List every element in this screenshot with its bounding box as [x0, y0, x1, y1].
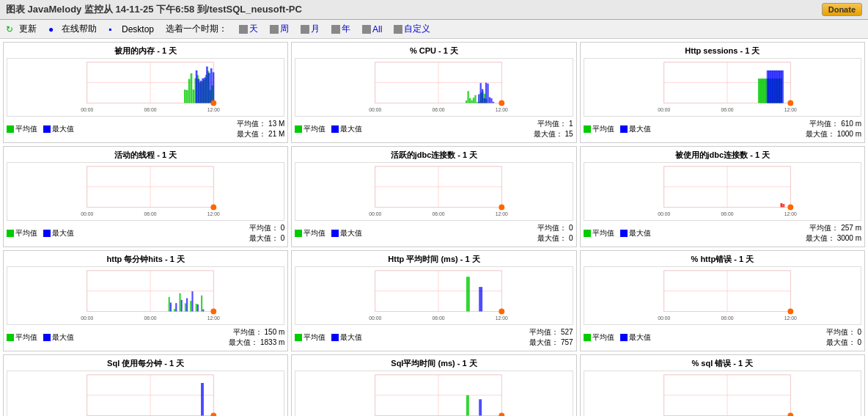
- svg-rect-129: [782, 204, 784, 207]
- chart-panel-active-threads[interactable]: 活动的线程 - 1 天00:0006:0012:00 平均值 最大值 平均值： …: [3, 146, 288, 247]
- chart-panel-http-avg-time[interactable]: Http 平均时间 (ms) - 1 天00:0006:0012:00 平均值 …: [291, 250, 576, 351]
- svg-point-130: [787, 205, 793, 211]
- chart-panel-cpu[interactable]: % CPU - 1 天00:0006:0012:00 平均值 最大值 平均值： …: [291, 42, 576, 143]
- chart-title-http-avg-time: Http 平均时间 (ms) - 1 天: [295, 254, 573, 265]
- legend-avg-http-hits: 平均值: [7, 332, 37, 343]
- legend-max-http-sessions: 最大值: [620, 124, 651, 134]
- legend-avg-label-active-jdbc: 平均值: [304, 228, 326, 238]
- period-day[interactable]: 天: [239, 23, 258, 35]
- chart-panel-active-jdbc[interactable]: 活跃的jdbc连接数 - 1 天00:0006:0012:00 平均值 最大值 …: [291, 146, 576, 247]
- period-month[interactable]: 月: [301, 23, 320, 35]
- legend-avg-cpu: 平均值: [295, 124, 326, 134]
- help-label: 在线帮助: [62, 23, 97, 35]
- period-year-label: 年: [342, 23, 350, 35]
- charts-grid: 被用的内存 - 1 天00:0006:0012:00 平均值 最大值 平均值： …: [3, 42, 865, 416]
- legend-left-http-errors: 平均值 最大值: [584, 332, 651, 343]
- legend-max-http-hits: 最大值: [43, 332, 74, 343]
- legend-avg-used-jdbc: 平均值: [584, 228, 614, 238]
- donate-button[interactable]: Donate: [822, 3, 862, 16]
- legend-avg-label-used-jdbc: 平均值: [592, 228, 614, 238]
- period-all[interactable]: All: [362, 24, 382, 34]
- legend-blue-box-http-hits: [43, 334, 51, 341]
- legend-green-box-memory: [7, 125, 14, 133]
- legend-max-val-active-threads: 最大值： 0: [249, 233, 284, 244]
- svg-text:00:00: 00:00: [658, 315, 670, 321]
- chart-area-active-threads: 00:0006:0012:00: [7, 162, 284, 221]
- chart-area-sql-hits: 00:0006:0012:00: [7, 371, 284, 416]
- svg-text:06:00: 06:00: [144, 211, 156, 216]
- toolbar: ↻ 更新 ● 在线帮助 ▪ Desktop 选着一个时期： 天 周 月 年 Al…: [0, 20, 868, 39]
- chart-area-http-avg-time: 00:0006:0012:00: [295, 266, 573, 325]
- legend-blue-box-http-errors: [620, 334, 628, 341]
- svg-rect-145: [190, 301, 191, 311]
- legend-avg-label-active-threads: 平均值: [15, 228, 37, 238]
- chart-title-used-jdbc: 被使用的jdbc连接数 - 1 天: [584, 150, 861, 161]
- svg-text:00:00: 00:00: [658, 211, 670, 216]
- svg-rect-54: [480, 83, 482, 103]
- legend-max-label-memory: 最大值: [52, 124, 74, 134]
- legend-left-active-threads: 平均值 最大值: [7, 228, 74, 238]
- period-custom[interactable]: 自定义: [394, 23, 430, 35]
- chart-panel-sql-hits[interactable]: Sql 使用每分钟 - 1 天00:0006:0012:00 平均值 最大值 平…: [3, 354, 288, 416]
- svg-text:12:00: 12:00: [496, 107, 508, 112]
- legend-green-box-http-sessions: [584, 125, 591, 133]
- chart-panel-used-jdbc[interactable]: 被使用的jdbc连接数 - 1 天00:0006:0012:00 平均值 最大值…: [580, 146, 865, 247]
- period-day-label: 天: [249, 23, 258, 35]
- svg-rect-150: [181, 300, 183, 312]
- chart-panel-http-hits[interactable]: http 每分钟hits - 1 天00:0006:0012:00 平均值 最大…: [3, 250, 288, 351]
- legend-max-label-http-hits: 最大值: [52, 332, 74, 343]
- chart-panel-sql-errors[interactable]: % sql 错误 - 1 天00:0006:0012:00 平均值 最大值 平均…: [580, 354, 865, 416]
- chart-area-http-hits: 00:0006:0012:00: [7, 266, 284, 325]
- legend-green-box-cpu: [295, 125, 302, 133]
- chart-title-http-hits: http 每分钟hits - 1 天: [7, 254, 284, 265]
- help-icon: ●: [48, 24, 59, 34]
- legend-blue-box-used-jdbc: [620, 230, 628, 237]
- period-week[interactable]: 周: [270, 23, 289, 35]
- chart-title-sql-errors: % sql 错误 - 1 天: [584, 358, 861, 369]
- legend-max-label-http-avg-time: 最大值: [340, 332, 362, 343]
- legend-max-val-memory: 最大值： 21 M: [237, 129, 284, 139]
- svg-text:06:00: 06:00: [721, 211, 733, 216]
- chart-panel-sql-avg-time[interactable]: Sql平均时间 (ms) - 1 天00:0006:0012:00 平均值 最大…: [291, 354, 576, 416]
- legend-blue-box-active-jdbc: [331, 230, 339, 237]
- chart-area-memory: 00:0006:0012:00: [7, 58, 284, 117]
- svg-text:12:00: 12:00: [496, 211, 508, 216]
- period-year[interactable]: 年: [331, 23, 350, 35]
- legend-left-http-hits: 平均值 最大值: [7, 332, 74, 343]
- chart-panel-memory[interactable]: 被用的内存 - 1 天00:0006:0012:00 平均值 最大值 平均值： …: [3, 42, 288, 143]
- svg-rect-147: [201, 296, 202, 312]
- legend-max-used-jdbc: 最大值: [620, 228, 651, 238]
- svg-rect-56: [484, 98, 485, 103]
- legend-max-val-http-avg-time: 最大值： 757: [529, 337, 573, 348]
- chart-title-active-jdbc: 活跃的jdbc连接数 - 1 天: [295, 150, 573, 161]
- legend-max-val-http-sessions: 最大值： 1000 m: [806, 129, 861, 139]
- svg-text:00:00: 00:00: [658, 107, 670, 112]
- svg-text:00:00: 00:00: [81, 315, 93, 321]
- svg-rect-166: [466, 277, 470, 311]
- legend-left-http-sessions: 平均值 最大值: [584, 124, 651, 134]
- refresh-button[interactable]: ↻ 更新: [6, 23, 37, 35]
- svg-text:12:00: 12:00: [784, 211, 796, 216]
- svg-rect-142: [174, 309, 175, 311]
- legend-green-box-http-hits: [7, 334, 14, 341]
- desktop-button[interactable]: ▪ Desktop: [108, 24, 154, 34]
- chart-panel-http-errors[interactable]: % http错误 - 1 天00:0006:0012:00 平均值 最大值 平均…: [580, 250, 865, 351]
- svg-text:06:00: 06:00: [433, 211, 445, 216]
- legend-max-val-active-jdbc: 最大值： 0: [537, 233, 573, 244]
- period-month-label: 月: [311, 23, 320, 35]
- chart-panel-http-sessions[interactable]: Http sessions - 1 天00:0006:0012:00 平均值 最…: [580, 42, 865, 143]
- chart-legend-active-jdbc: 平均值 最大值 平均值： 0 最大值： 0: [295, 223, 573, 244]
- svg-text:00:00: 00:00: [81, 211, 93, 216]
- legend-avg-val-http-hits: 平均值： 150 m: [229, 327, 284, 337]
- legend-green-box-active-jdbc: [295, 230, 302, 237]
- svg-rect-29: [213, 72, 215, 103]
- svg-text:06:00: 06:00: [144, 315, 156, 321]
- legend-avg-val-used-jdbc: 平均值： 257 m: [806, 223, 861, 233]
- legend-max-label-active-jdbc: 最大值: [340, 228, 362, 238]
- period-month-icon: [301, 25, 309, 34]
- svg-rect-7: [184, 90, 186, 103]
- period-label: 选着一个时期：: [166, 23, 227, 35]
- chart-area-used-jdbc: 00:0006:0012:00: [584, 162, 861, 221]
- help-button[interactable]: ● 在线帮助: [48, 23, 97, 35]
- svg-rect-61: [493, 102, 494, 103]
